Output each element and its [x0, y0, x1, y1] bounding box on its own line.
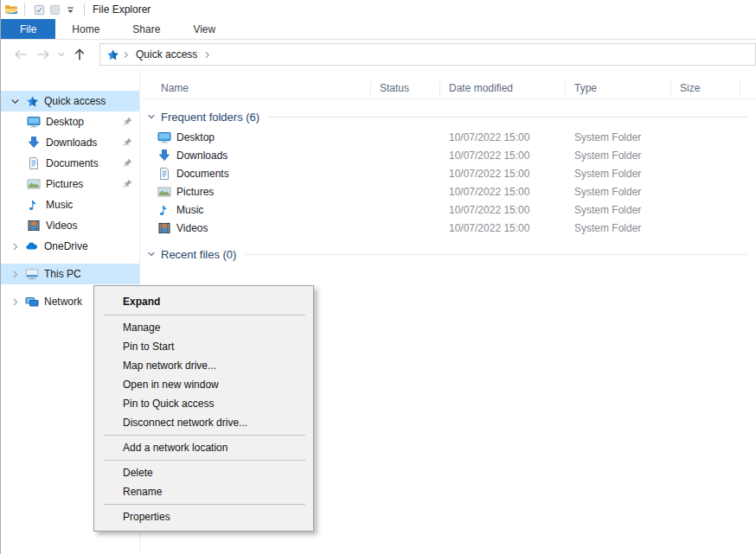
file-size-cell [671, 146, 740, 164]
sidebar-item-label: Desktop [46, 116, 120, 128]
file-row-videos[interactable]: Videos10/07/2022 15:00System Folder [140, 219, 756, 237]
sidebar-item-downloads[interactable]: Downloads [1, 132, 139, 153]
file-size-cell [671, 128, 740, 146]
column-header-size[interactable]: Size [671, 80, 740, 96]
sidebar-item-this-pc[interactable]: This PC [1, 264, 139, 284]
file-row-documents[interactable]: Documents10/07/2022 15:00System Folder [140, 164, 756, 182]
group-header-recent-files-0[interactable]: Recent files (0) [140, 245, 756, 263]
recent-locations-dropdown-icon[interactable] [54, 43, 68, 66]
menu-separator [104, 504, 305, 505]
file-name-cell: Documents [140, 164, 371, 182]
group-header-frequent-folders-6[interactable]: Frequent folders (6) [140, 108, 756, 125]
blank-square-icon[interactable] [47, 2, 62, 17]
menu-item-rename[interactable]: Rename [94, 482, 313, 501]
sidebar-item-videos[interactable]: Videos [1, 215, 139, 236]
pictures-icon [157, 185, 171, 199]
menu-item-properties[interactable]: Properties [94, 507, 313, 526]
forward-icon[interactable] [32, 43, 54, 66]
menu-item-add-a-network-location[interactable]: Add a network location [94, 438, 313, 457]
column-header-name[interactable]: Name [140, 80, 371, 96]
group-header-rule [268, 117, 747, 118]
group-rows: Desktop10/07/2022 15:00System FolderDown… [140, 128, 756, 237]
documents-icon [27, 156, 41, 170]
chevron-right-icon [8, 296, 22, 308]
file-row-downloads[interactable]: Downloads10/07/2022 15:00System Folder [140, 146, 756, 164]
sidebar-item-pictures[interactable]: Pictures [1, 174, 139, 194]
menu-item-delete[interactable]: Delete [94, 463, 313, 482]
column-header-status[interactable]: Status [371, 80, 440, 96]
file-name-label: Pictures [176, 186, 214, 198]
menu-item-expand[interactable]: Expand [94, 290, 313, 312]
file-name-label: Desktop [176, 131, 215, 143]
sidebar-item-label: This PC [44, 268, 139, 280]
this-pc-icon [25, 267, 39, 281]
tab-share[interactable]: Share [116, 19, 176, 39]
explorer-logo-icon[interactable] [4, 3, 18, 16]
file-date-modified-cell: 10/07/2022 15:00 [440, 182, 566, 201]
group-chevron-icon [145, 249, 157, 259]
file-name-label: Downloads [176, 150, 227, 162]
videos-icon [157, 221, 171, 235]
file-row-desktop[interactable]: Desktop10/07/2022 15:00System Folder [140, 128, 756, 146]
column-header-type[interactable]: Type [566, 80, 671, 96]
sidebar-item-label: Pictures [46, 178, 120, 190]
pin-icon [120, 178, 134, 190]
file-name-cell: Pictures [140, 182, 371, 201]
pictures-icon [27, 177, 41, 191]
menu-item-manage[interactable]: Manage [94, 318, 313, 337]
file-row-music[interactable]: Music10/07/2022 15:00System Folder [140, 201, 756, 219]
menu-item-map-network-drive[interactable]: Map network drive... [94, 356, 313, 375]
sidebar-item-onedrive[interactable]: OneDrive [1, 236, 139, 257]
music-icon [157, 203, 171, 217]
desktop-icon [27, 115, 41, 129]
sidebar-item-label: Videos [46, 220, 139, 232]
network-icon [25, 295, 39, 309]
file-name-label: Videos [176, 222, 208, 234]
file-size-cell [671, 219, 740, 237]
file-explorer-window: File Explorer FileHomeShareView Quick ac… [0, 0, 756, 554]
window-title: File Explorer [93, 3, 151, 16]
sidebar-item-label: Documents [46, 157, 120, 169]
checkbox-icon[interactable] [31, 2, 47, 17]
menu-item-pin-to-quick-access[interactable]: Pin to Quick access [94, 394, 313, 413]
tab-view[interactable]: View [176, 19, 232, 39]
toolbar-dropdown-icon[interactable] [62, 2, 78, 17]
menu-separator [104, 435, 305, 436]
back-icon[interactable] [10, 43, 32, 66]
sidebar-item-desktop[interactable]: Desktop [1, 111, 139, 132]
file-type-cell: System Folder [566, 201, 671, 219]
menu-item-disconnect-network-drive[interactable]: Disconnect network drive... [94, 413, 313, 432]
chevron-right-icon [8, 241, 22, 252]
navigation-bar: Quick access [1, 40, 756, 69]
titlebar: File Explorer [1, 0, 756, 19]
menu-item-pin-to-start[interactable]: Pin to Start [94, 337, 313, 356]
group-chevron-icon [145, 111, 157, 122]
file-date-modified-cell: 10/07/2022 15:00 [440, 146, 566, 164]
file-name-cell: Desktop [140, 128, 371, 146]
sidebar-item-label: Quick access [44, 95, 139, 107]
column-header-date-modified[interactable]: Date modified [440, 80, 566, 96]
file-type-cell: System Folder [566, 146, 671, 164]
file-date-modified-cell: 10/07/2022 15:00 [440, 128, 566, 146]
address-bar[interactable]: Quick access [99, 43, 756, 66]
file-row-pictures[interactable]: Pictures10/07/2022 15:00System Folder [140, 182, 756, 201]
sidebar-item-music[interactable]: Music [1, 194, 139, 215]
file-type-cell: System Folder [566, 182, 671, 201]
ribbon-tabs: FileHomeShareView [1, 19, 756, 40]
downloads-icon [157, 149, 171, 162]
breadcrumb-chevron-icon[interactable] [202, 50, 212, 60]
file-size-cell [671, 164, 740, 182]
menu-item-open-in-new-window[interactable]: Open in new window [94, 375, 313, 394]
up-icon[interactable] [68, 43, 91, 66]
sidebar-item-documents[interactable]: Documents [1, 153, 139, 174]
file-date-modified-cell: 10/07/2022 15:00 [440, 219, 566, 237]
tab-file[interactable]: File [1, 19, 55, 39]
sidebar-item-quick-access[interactable]: Quick access [1, 91, 139, 111]
file-status-cell [371, 219, 440, 237]
file-size-cell [671, 201, 740, 219]
sidebar-item-label: Downloads [46, 137, 120, 149]
tab-home[interactable]: Home [55, 19, 116, 39]
file-name-cell: Music [140, 201, 371, 219]
breadcrumb-item[interactable]: Quick access [132, 48, 201, 60]
breadcrumb-chevron-icon[interactable] [121, 50, 131, 60]
